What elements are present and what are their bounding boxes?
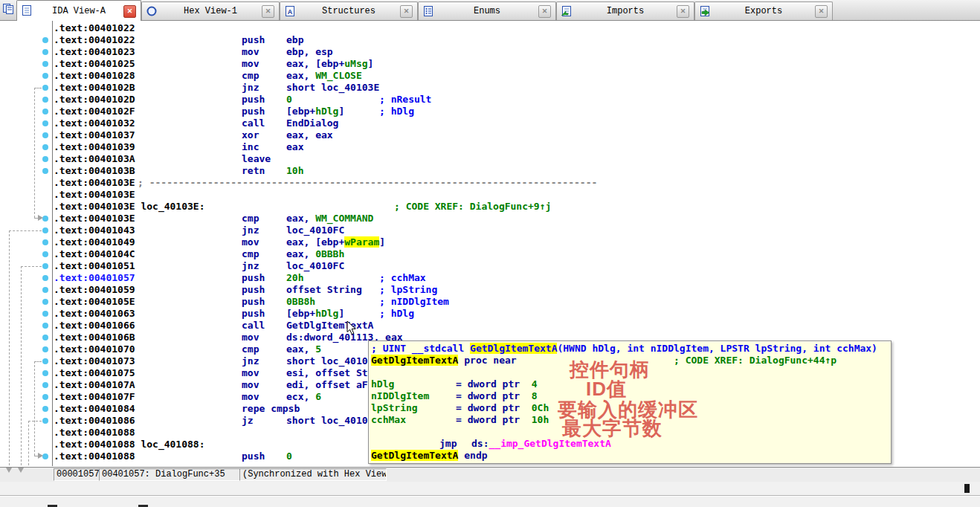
- instruction-dot: [42, 49, 48, 55]
- hint-line: ; UINT __stdcall GetDlgItemTextA(HWND hD…: [369, 343, 891, 355]
- status-bar: 0000105700401057: DialogFunc+35(Synchron…: [0, 467, 980, 482]
- tab-structures[interactable]: AStructures✕: [280, 1, 418, 20]
- instruction-dot: [42, 311, 48, 317]
- listing-line[interactable]: .text:00401057push20h; cchMax: [0, 272, 980, 284]
- tab-bar: IDA View-A✕Hex View-1✕AStructures✕Enums✕…: [0, 0, 980, 21]
- tab-imports[interactable]: Imports✕: [556, 1, 694, 20]
- tab-hex-view-1[interactable]: Hex View-1✕: [141, 1, 280, 20]
- listing-line[interactable]: .text:00401037xoreax, eax: [0, 129, 980, 141]
- instruction-dot: [42, 418, 48, 424]
- listing-line[interactable]: .text:00401022pushebp: [0, 34, 980, 46]
- jump-line: [9, 230, 42, 231]
- status-field-1: 00401057: DialogFunc+35: [99, 468, 242, 481]
- instruction-dot: [42, 37, 48, 43]
- tab-label: Exports: [695, 6, 832, 16]
- listing-line[interactable]: .text:00401049moveax, [ebp+wParam]: [0, 236, 980, 248]
- jump-continues-down-icon: [18, 468, 24, 473]
- instruction-dot: [42, 85, 48, 91]
- instruction-dot: [42, 216, 48, 222]
- instruction-dot: [42, 323, 48, 329]
- listing-line[interactable]: .text:0040102Dpush0; nResult: [0, 94, 980, 106]
- instruction-dot: [42, 370, 48, 376]
- listing-line[interactable]: .text:00401022: [0, 22, 980, 34]
- listing-line[interactable]: .text:0040103E loc_40103E:; CODE XREF: D…: [0, 201, 980, 213]
- jump-continues-down-icon: [6, 468, 12, 473]
- listing-line[interactable]: .text:00401043jnzloc_4010FC: [0, 225, 980, 236]
- listing-line[interactable]: .text:0040102Bjnzshort loc_40103E: [0, 82, 980, 94]
- tab-ida-view-a[interactable]: IDA View-A✕: [16, 0, 141, 22]
- instruction-dot: [42, 275, 48, 281]
- listing-line[interactable]: .text:0040103Bretn10h: [0, 165, 980, 177]
- tab-close-button[interactable]: ✕: [262, 5, 274, 18]
- instruction-dot: [42, 61, 48, 67]
- instruction-dot: [42, 120, 48, 126]
- listing-line[interactable]: .text:00401039inceax: [0, 141, 980, 153]
- jump-arrow-icon: [38, 453, 43, 459]
- jump-arrow-icon: [38, 215, 43, 221]
- instruction-dot: [42, 239, 48, 245]
- listing-line[interactable]: .text:00401032callEndDialog: [0, 117, 980, 129]
- listing-line[interactable]: .text:0040102Fpush[ebp+hDlg]; hDlg: [0, 106, 980, 117]
- instruction-dot: [42, 73, 48, 79]
- instruction-dot: [42, 358, 48, 364]
- tab-label: Structures: [280, 6, 417, 16]
- status-field-2: (Synchronized with Hex View-1): [239, 468, 387, 481]
- instruction-dot: [42, 453, 48, 459]
- tab-close-button[interactable]: ✕: [538, 5, 551, 18]
- status-field-0: 00001057: [54, 468, 102, 481]
- pages-icon: [0, 0, 16, 20]
- instruction-dot: [42, 251, 48, 257]
- mouse-cursor-icon: [346, 320, 358, 336]
- listing-line[interactable]: .text:0040105Epush0BB8h; nIDDlgItem: [0, 296, 980, 308]
- instruction-dot: [42, 227, 48, 233]
- jump-line: [28, 421, 29, 465]
- listing-line[interactable]: .text:0040103Aleave: [0, 153, 980, 165]
- listing-line[interactable]: .text:0040103E; ------------------------…: [0, 177, 980, 189]
- lower-panel: [0, 482, 980, 496]
- tab-close-button[interactable]: ✕: [123, 5, 136, 18]
- listing-line[interactable]: .text:0040104Ccmpeax, 0BBBh: [0, 248, 980, 260]
- instruction-dot: [42, 299, 48, 305]
- instruction-dot: [42, 406, 48, 412]
- instruction-dot: [42, 97, 48, 103]
- tab-close-button[interactable]: ✕: [400, 5, 413, 18]
- listing-line[interactable]: .text:00401066callGetDlgItemTextA: [0, 320, 980, 332]
- instruction-dot: [42, 109, 48, 114]
- jump-line: [21, 266, 42, 267]
- instruction-dot: [42, 394, 48, 400]
- jump-line: [34, 88, 35, 218]
- tab-exports[interactable]: Exports✕: [694, 1, 833, 20]
- tab-label: Enums: [419, 6, 555, 16]
- instruction-dot: [42, 382, 48, 388]
- listing-line[interactable]: .text:00401028cmpeax, WM_CLOSE: [0, 70, 980, 82]
- instruction-dot: [42, 335, 48, 340]
- jump-line: [28, 421, 42, 422]
- tab-label: IDA View-A: [17, 6, 141, 16]
- jump-line: [34, 361, 42, 362]
- listing-line[interactable]: .text:0040103E: [0, 189, 980, 201]
- instruction-dot: [42, 144, 48, 150]
- listing-line[interactable]: .text:00401025moveax, [ebp+uMsg]: [0, 58, 980, 70]
- jump-line: [21, 266, 22, 465]
- tab-enums[interactable]: Enums✕: [418, 1, 556, 20]
- instruction-dot: [42, 346, 48, 352]
- instruction-dot: [42, 168, 48, 174]
- instruction-dot: [42, 287, 48, 293]
- instruction-dot: [42, 156, 48, 162]
- listing-line[interactable]: .text:00401023movebp, esp: [0, 46, 980, 58]
- hint-line: GetDlgItemTextA endp: [369, 450, 891, 462]
- resize-grip[interactable]: [964, 484, 970, 493]
- tab-label: Hex View-1: [142, 6, 279, 16]
- ida-window: IDA View-A✕Hex View-1✕AStructures✕Enums✕…: [0, 0, 980, 507]
- listing-line[interactable]: .text:00401059pushoffset String; lpStrin…: [0, 284, 980, 296]
- listing-line[interactable]: .text:00401051jnzloc_4010FC: [0, 260, 980, 272]
- annotation-text: 最大字节数: [562, 416, 663, 442]
- instruction-dot: [42, 263, 48, 269]
- listing-line[interactable]: .text:0040103Ecmpeax, WM_COMMAND: [0, 213, 980, 225]
- tab-label: Imports: [557, 6, 694, 16]
- listing-line[interactable]: .text:00401063push[ebp+hDlg]; hDlg: [0, 308, 980, 320]
- tab-close-button[interactable]: ✕: [815, 5, 828, 18]
- tab-close-button[interactable]: ✕: [677, 5, 689, 18]
- instruction-dot: [42, 132, 48, 138]
- jump-line: [9, 230, 10, 465]
